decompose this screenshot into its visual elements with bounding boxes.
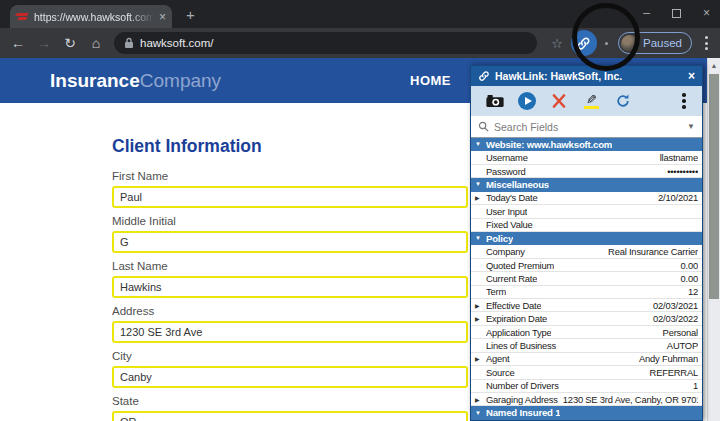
field-value: REFERRAL <box>520 367 698 378</box>
delete-x-icon[interactable] <box>543 94 575 108</box>
search-input[interactable] <box>494 121 682 133</box>
state-input[interactable] <box>112 411 468 421</box>
field-label: Current Rate <box>486 273 537 284</box>
link-icon <box>576 36 591 51</box>
browser-tab[interactable]: https://www.hawksoft.com/hawk × <box>10 5 172 28</box>
refresh-icon[interactable] <box>607 93 639 109</box>
expand-icon[interactable]: ▶ <box>475 396 486 403</box>
field-value: 12 <box>511 286 698 297</box>
field-label: Expiration Date <box>486 313 547 324</box>
profile-paused-button[interactable]: Paused <box>618 32 692 54</box>
reload-icon[interactable]: ↻ <box>58 35 82 51</box>
window-minimize-button[interactable]: – <box>643 6 650 20</box>
panel-field-row[interactable]: Fixed Value <box>471 219 702 232</box>
panel-field-row[interactable]: ▶Garaging Address1230 SE 3rd Ave, Canby,… <box>471 393 702 406</box>
expand-icon[interactable]: ▶ <box>475 315 486 322</box>
panel-section-header[interactable]: ▼Named Insured 1 <box>471 406 702 419</box>
camera-icon[interactable] <box>479 94 511 108</box>
panel-field-row[interactable]: SourceREFERRAL <box>471 366 702 379</box>
site-logo: InsuranceCompany <box>50 58 221 103</box>
field-value: Real Insurance Carrier <box>530 246 698 257</box>
panel-section-header[interactable]: ▼Policy <box>471 232 702 245</box>
panel-field-row[interactable]: Lines of BusinessAUTOP <box>471 339 702 352</box>
home-icon[interactable]: ⌂ <box>84 35 108 51</box>
nav-home-link[interactable]: HOME <box>410 58 451 103</box>
expand-icon[interactable]: ▶ <box>475 355 486 362</box>
field-value: •••••••••• <box>531 166 698 177</box>
last-name-input[interactable] <box>112 276 468 298</box>
profile-avatar <box>621 35 638 52</box>
field-label: Number of Drivers <box>486 380 559 391</box>
field-label: Policy <box>486 233 513 244</box>
expand-icon[interactable]: ▶ <box>475 302 486 309</box>
search-dropdown-icon[interactable]: ▼ <box>687 122 695 131</box>
middle-initial-input[interactable] <box>112 231 468 253</box>
state-label: State <box>112 395 468 407</box>
play-icon[interactable] <box>511 92 543 110</box>
panel-field-row[interactable]: CompanyReal Insurance Carrier <box>471 245 702 258</box>
field-label: Quoted Premium <box>486 260 554 271</box>
panel-field-row[interactable]: ▶Expiration Date02/03/2022 <box>471 312 702 325</box>
panel-header[interactable]: HawkLink: HawkSoft, Inc. × <box>471 66 702 86</box>
window-close-button[interactable]: × <box>703 6 710 20</box>
new-tab-button[interactable]: + <box>186 4 195 26</box>
field-label: Fixed Value <box>486 219 533 230</box>
form-group-first-name: First Name <box>112 170 468 208</box>
browser-tab-strip: https://www.hawksoft.com/hawk × + – × <box>0 0 720 28</box>
panel-field-row[interactable]: Term12 <box>471 286 702 299</box>
panel-field-row[interactable]: Number of Drivers1 <box>471 380 702 393</box>
collapse-icon[interactable]: ▼ <box>475 410 486 416</box>
url-bar[interactable]: hawksoft.com/ <box>114 32 537 54</box>
panel-field-row[interactable]: ▶Effective Date02/03/2021 <box>471 299 702 312</box>
field-value: 2/10/2021 <box>543 192 698 203</box>
expand-icon[interactable]: ▶ <box>475 194 486 201</box>
scrollbar-thumb[interactable] <box>709 74 719 299</box>
panel-field-row[interactable]: Application TypePersonal <box>471 326 702 339</box>
field-label: Term <box>486 286 506 297</box>
field-label: Website: www.hawksoft.com <box>486 139 612 150</box>
panel-field-row[interactable]: ▶Today's Date2/10/2021 <box>471 192 702 205</box>
scroll-up-icon[interactable]: ▲ <box>708 58 720 69</box>
collapse-icon[interactable]: ▼ <box>475 141 486 147</box>
back-icon[interactable]: ← <box>6 35 30 51</box>
form-group-last-name: Last Name <box>112 260 468 298</box>
field-label: Password <box>486 166 526 177</box>
hawklink-panel: HawkLink: HawkSoft, Inc. × ✎ <box>470 65 703 421</box>
profile-status-label: Paused <box>643 37 682 49</box>
panel-close-icon[interactable]: × <box>688 69 695 83</box>
field-value: AUTOP <box>561 340 698 351</box>
field-value: 1 <box>564 380 698 391</box>
field-value: 1230 SE 3rd Ave, Canby, OR 97013 <box>563 394 698 405</box>
search-row: ▼ <box>471 116 702 138</box>
window-maximize-button[interactable] <box>672 9 681 18</box>
panel-field-row[interactable]: ▶AgentAndy Fuhrman <box>471 353 702 366</box>
browser-toolbar: ← → ↻ ⌂ hawksoft.com/ ☆ Paused <box>0 28 720 58</box>
forward-icon[interactable]: → <box>32 35 56 51</box>
page-scrollbar[interactable]: ▲ <box>707 58 720 421</box>
address-input[interactable] <box>112 321 468 343</box>
logo-light-text: Company <box>140 70 221 91</box>
tab-close-icon[interactable]: × <box>159 10 166 24</box>
field-label: Source <box>486 367 515 378</box>
highlight-pencil-icon[interactable]: ✎ <box>575 94 607 109</box>
browser-menu-icon[interactable] <box>698 36 714 50</box>
field-label: Miscellaneous <box>486 179 549 190</box>
bookmark-star-icon[interactable]: ☆ <box>547 36 567 51</box>
collapse-icon[interactable]: ▼ <box>475 235 486 241</box>
panel-field-row[interactable]: Quoted Premium0.00 <box>471 259 702 272</box>
hawklink-extension-icon[interactable] <box>571 30 597 56</box>
panel-field-row[interactable]: Current Rate0.00 <box>471 272 702 285</box>
city-input[interactable] <box>112 366 468 388</box>
panel-field-row[interactable]: Usernamellastname <box>471 151 702 164</box>
collapse-icon[interactable]: ▼ <box>475 181 486 187</box>
field-label: Application Type <box>486 327 551 338</box>
panel-section-header[interactable]: ▼Website: www.hawksoft.com <box>471 138 702 151</box>
panel-field-row[interactable]: Password•••••••••• <box>471 165 702 178</box>
panel-field-row[interactable]: User Input <box>471 205 702 218</box>
field-label: Lines of Business <box>486 340 556 351</box>
city-label: City <box>112 350 468 362</box>
last-name-label: Last Name <box>112 260 468 272</box>
panel-section-header[interactable]: ▼Miscellaneous <box>471 178 702 191</box>
panel-menu-icon[interactable] <box>674 93 694 109</box>
first-name-input[interactable] <box>112 186 468 208</box>
